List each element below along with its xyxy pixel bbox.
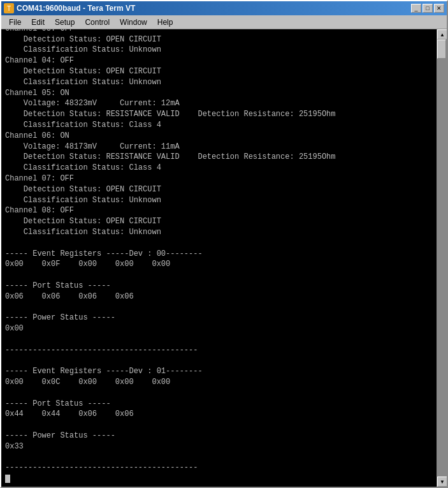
terminal-cursor [5,475,10,483]
minimize-button[interactable]: _ [411,4,421,13]
scroll-down-button[interactable]: ▼ [437,477,447,487]
scroll-up-button[interactable]: ▲ [437,29,447,40]
menu-edit[interactable]: Edit [26,17,50,28]
terminal-wrapper: Input Voltage: 48118mV Device Temperatur… [1,29,447,487]
app-icon: T [4,3,14,13]
window-title: COM41:9600baud - Tera Term VT [17,4,135,13]
close-button[interactable]: ✕ [434,4,444,13]
title-bar: T COM41:9600baud - Tera Term VT _ □ ✕ [1,1,447,15]
title-bar-left: T COM41:9600baud - Tera Term VT [4,3,135,13]
menu-help[interactable]: Help [152,17,178,28]
menu-control[interactable]: Control [80,17,115,28]
menu-window[interactable]: Window [115,17,152,28]
main-window: T COM41:9600baud - Tera Term VT _ □ ✕ Fi… [0,0,448,488]
title-buttons: _ □ ✕ [411,4,444,13]
terminal-output[interactable]: Input Voltage: 48118mV Device Temperatur… [1,29,437,487]
menu-setup[interactable]: Setup [50,17,80,28]
scrollbar: ▲ ▼ [437,29,447,487]
menu-bar: File Edit Setup Control Window Help [1,15,447,29]
maximize-button[interactable]: □ [423,4,433,13]
menu-file[interactable]: File [4,17,26,28]
scroll-thumb[interactable] [437,40,446,59]
scroll-track[interactable] [437,40,447,477]
